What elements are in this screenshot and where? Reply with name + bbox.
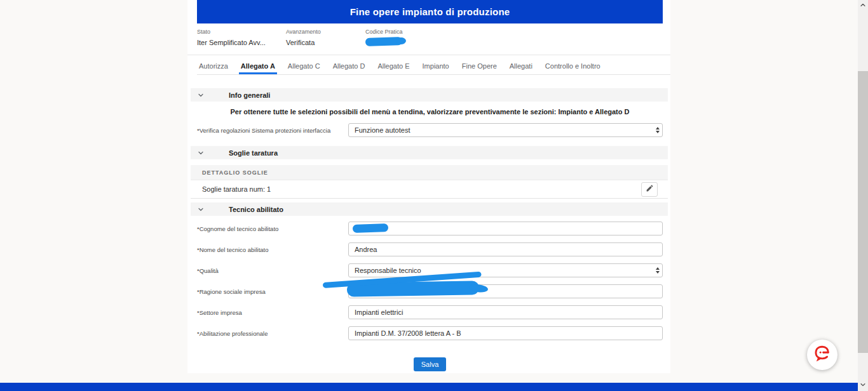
page-header: Fine opere impianto di produzione [197,0,663,23]
tab-allegato-e[interactable]: Allegato E [376,60,411,74]
tab-allegato-d[interactable]: Allegato D [331,60,367,74]
qualita-select[interactable]: Responsabile tecnico [348,263,663,277]
field-nome: *Nome del tecnico abilitato [197,242,663,256]
dettaglio-soglie-panel: DETTAGLIO SOGLIE Soglie taratura num: 1 [191,165,668,199]
field-label: *Nome del tecnico abilitato [197,246,348,253]
nome-input[interactable] [348,242,663,256]
save-button[interactable]: Salva [414,357,447,371]
chat-bubble-icon [811,343,833,367]
section-title: Tecnico abilitato [229,206,283,213]
field-label: *Verifica regolazioni Sistema protezioni… [197,127,348,134]
status-value: Verificata [286,39,365,47]
edit-soglie-button[interactable] [641,182,658,197]
pencil-icon [646,184,654,194]
status-bar: Stato Iter Semplificato Avv... Avanzamen… [197,23,663,55]
tab-allegato-c[interactable]: Allegato C [286,60,322,74]
status-field-codice-pratica: Codice Pratica [365,29,403,47]
chevron-down-icon[interactable] [197,206,205,213]
spinner-arrows-icon[interactable] [656,267,660,274]
settore-impresa-input[interactable] [348,305,663,319]
field-label: *Ragione sociale impresa [197,288,348,295]
chat-launcher-button[interactable] [807,340,837,370]
soglie-row-label: Soglie taratura num: 1 [202,185,641,193]
field-settore: *Settore impresa [197,305,663,319]
status-field-stato: Stato Iter Semplificato Avv... [197,29,286,47]
field-verifica-regolazioni: *Verifica regolazioni Sistema protezioni… [197,123,663,137]
chevron-up-icon[interactable] [858,0,868,10]
tab-bar: Autorizza Allegato A Allegato C Allegato… [197,55,670,75]
tab-controllo-e-inoltro[interactable]: Controllo e Inoltro [543,60,602,74]
redaction-scribble [347,281,479,297]
select-value: Funzione autotest [355,126,410,134]
section-header-info-generali[interactable]: Info generali [191,88,668,102]
status-label: Codice Pratica [365,29,403,35]
status-field-avanzamento: Avanzamento Verificata [286,29,365,47]
panel-header: DETTAGLIO SOGLIE [191,165,668,180]
field-label: *Settore impresa [197,309,348,316]
section-title: Info generali [229,91,270,99]
select-value: Responsabile tecnico [355,267,421,274]
vertical-scrollbar[interactable] [858,0,868,391]
field-label: *Abilitazione professionale [197,330,348,337]
tab-allegato-a[interactable]: Allegato A [239,60,277,74]
tab-allegati[interactable]: Allegati [508,60,534,74]
field-label: *Cognome del tecnico abilitato [197,225,348,232]
scrollbar-thumb[interactable] [858,71,868,353]
chevron-down-icon[interactable] [197,91,205,99]
section-header-tecnico-abilitato[interactable]: Tecnico abilitato [191,202,668,216]
tab-autorizza[interactable]: Autorizza [197,60,230,74]
tab-impianto[interactable]: Impianto [421,60,451,74]
chevron-down-icon[interactable] [858,380,868,390]
status-value: Iter Semplificato Avv... [197,39,286,47]
field-abilitazione: *Abilitazione professionale [197,326,663,340]
cognome-input[interactable] [348,222,663,235]
redaction-scribble [353,223,388,233]
dropdown-hint-text: Per ottenere tutte le selezioni possibil… [197,107,663,116]
chevron-down-icon[interactable] [197,149,205,157]
footer-bar [0,383,858,391]
abilitazione-professionale-input[interactable] [348,326,663,340]
verifica-regolazioni-select[interactable]: Funzione autotest [348,123,663,137]
status-label: Avanzamento [286,29,365,35]
soglie-row: Soglie taratura num: 1 [191,180,668,198]
page-title: Fine opere impianto di produzione [350,6,510,17]
spinner-arrows-icon[interactable] [656,127,660,133]
section-header-soglie-taratura[interactable]: Soglie taratura [191,146,668,159]
field-cognome: *Cognome del tecnico abilitato [197,222,663,235]
tab-fine-opere[interactable]: Fine Opere [460,60,499,74]
field-label: *Qualità [197,267,348,274]
main-content-card: Fine opere impianto di produzione Stato … [187,0,670,373]
section-title: Soglie taratura [229,149,278,157]
status-label: Stato [197,29,286,35]
redaction-scribble [365,37,402,46]
field-ragione-sociale: *Ragione sociale impresa [197,284,663,298]
